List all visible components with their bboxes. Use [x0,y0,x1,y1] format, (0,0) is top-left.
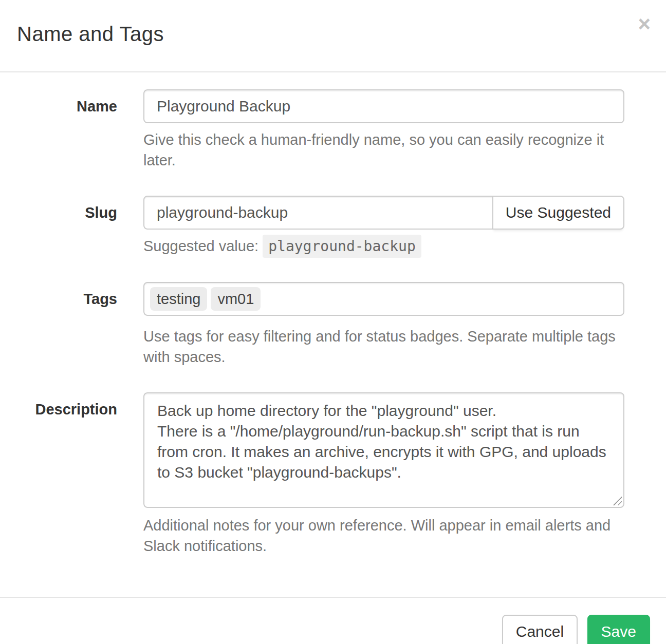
description-help-text: Additional notes for your own reference.… [143,515,624,556]
description-textarea-wrap: Back up home directory for the "playgrou… [143,392,624,508]
dialog-footer: Cancel Save [0,597,666,644]
cancel-button[interactable]: Cancel [502,615,578,644]
name-field-row: Name Give this check a human-friendly na… [17,89,624,171]
suggested-value-prefix: Suggested value: [143,238,258,254]
dialog-header: Name and Tags × [0,0,666,72]
name-label: Name [17,89,117,171]
close-icon[interactable]: × [636,11,653,37]
description-field-row: Description Back up home directory for t… [17,392,624,556]
tag-chip-testing: testing [150,287,207,311]
slug-input-group: Use Suggested [143,196,624,230]
tags-label: Tags [17,282,117,367]
slug-input[interactable] [143,196,493,230]
dialog-title: Name and Tags [17,23,650,46]
use-suggested-button[interactable]: Use Suggested [492,196,624,230]
tags-input[interactable]: testing vm01 [143,282,624,316]
slug-field-row: Slug Use Suggested Suggested value: play… [17,196,624,257]
description-control: Back up home directory for the "playgrou… [143,392,624,556]
description-label: Description [17,392,117,556]
save-button[interactable]: Save [587,615,650,644]
tags-control: testing vm01 Use tags for easy filtering… [143,282,624,367]
name-and-tags-dialog: Name and Tags × Name Give this check a h… [0,0,666,644]
slug-help-text: Suggested value: playground-backup [143,236,624,257]
slug-control: Use Suggested Suggested value: playgroun… [143,196,624,257]
description-textarea[interactable]: Back up home directory for the "playgrou… [143,392,624,508]
suggested-value-code: playground-backup [263,235,421,258]
name-input[interactable] [143,89,624,123]
tag-chip-vm01: vm01 [211,287,261,311]
name-control: Give this check a human-friendly name, s… [143,89,624,171]
tags-field-row: Tags testing vm01 Use tags for easy filt… [17,282,624,367]
dialog-body: Name Give this check a human-friendly na… [0,72,666,597]
tags-help-text: Use tags for easy filtering and for stat… [143,326,624,367]
slug-label: Slug [17,196,117,257]
name-help-text: Give this check a human-friendly name, s… [143,129,624,171]
